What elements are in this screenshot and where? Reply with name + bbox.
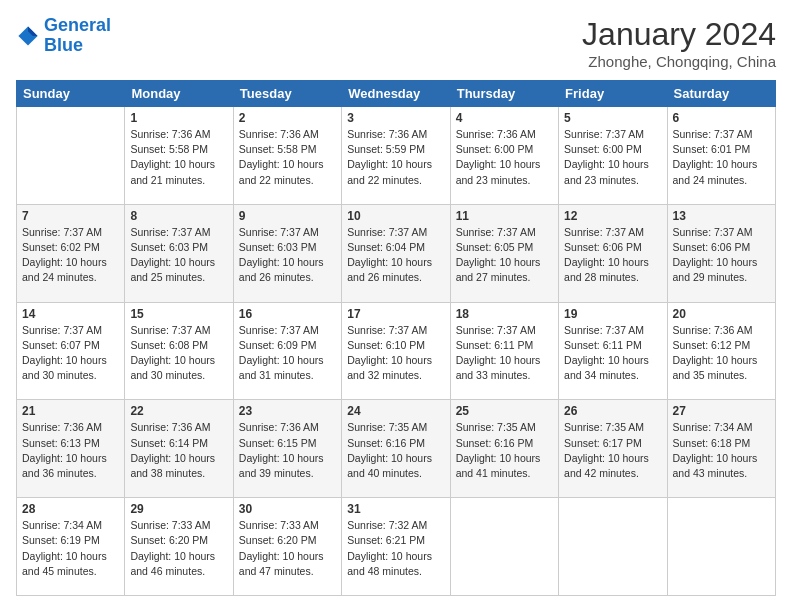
day-number: 5 [564,111,661,125]
day-info: Sunrise: 7:37 AMSunset: 6:02 PMDaylight:… [22,225,119,286]
day-info: Sunrise: 7:37 AMSunset: 6:04 PMDaylight:… [347,225,444,286]
calendar-cell: 4Sunrise: 7:36 AMSunset: 6:00 PMDaylight… [450,107,558,205]
day-number: 22 [130,404,227,418]
calendar-cell: 21Sunrise: 7:36 AMSunset: 6:13 PMDayligh… [17,400,125,498]
day-info: Sunrise: 7:37 AMSunset: 6:11 PMDaylight:… [456,323,553,384]
calendar-body: 1Sunrise: 7:36 AMSunset: 5:58 PMDaylight… [17,107,776,596]
day-info: Sunrise: 7:36 AMSunset: 6:14 PMDaylight:… [130,420,227,481]
calendar-table: SundayMondayTuesdayWednesdayThursdayFrid… [16,80,776,596]
day-number: 6 [673,111,770,125]
day-info: Sunrise: 7:35 AMSunset: 6:16 PMDaylight:… [347,420,444,481]
weekday-friday: Friday [559,81,667,107]
day-number: 27 [673,404,770,418]
calendar-cell: 15Sunrise: 7:37 AMSunset: 6:08 PMDayligh… [125,302,233,400]
day-number: 4 [456,111,553,125]
day-number: 25 [456,404,553,418]
calendar-cell: 13Sunrise: 7:37 AMSunset: 6:06 PMDayligh… [667,204,775,302]
day-info: Sunrise: 7:33 AMSunset: 6:20 PMDaylight:… [239,518,336,579]
weekday-saturday: Saturday [667,81,775,107]
day-number: 30 [239,502,336,516]
calendar-cell: 18Sunrise: 7:37 AMSunset: 6:11 PMDayligh… [450,302,558,400]
week-row-4: 21Sunrise: 7:36 AMSunset: 6:13 PMDayligh… [17,400,776,498]
calendar-cell: 26Sunrise: 7:35 AMSunset: 6:17 PMDayligh… [559,400,667,498]
calendar-cell: 11Sunrise: 7:37 AMSunset: 6:05 PMDayligh… [450,204,558,302]
day-info: Sunrise: 7:37 AMSunset: 6:07 PMDaylight:… [22,323,119,384]
day-number: 31 [347,502,444,516]
day-number: 12 [564,209,661,223]
calendar-cell: 24Sunrise: 7:35 AMSunset: 6:16 PMDayligh… [342,400,450,498]
day-number: 29 [130,502,227,516]
day-number: 23 [239,404,336,418]
calendar-cell: 9Sunrise: 7:37 AMSunset: 6:03 PMDaylight… [233,204,341,302]
day-number: 9 [239,209,336,223]
calendar-cell: 27Sunrise: 7:34 AMSunset: 6:18 PMDayligh… [667,400,775,498]
day-info: Sunrise: 7:35 AMSunset: 6:17 PMDaylight:… [564,420,661,481]
title-block: January 2024 Zhonghe, Chongqing, China [582,16,776,70]
day-number: 20 [673,307,770,321]
weekday-thursday: Thursday [450,81,558,107]
calendar-cell [559,498,667,596]
day-info: Sunrise: 7:37 AMSunset: 6:10 PMDaylight:… [347,323,444,384]
page: General Blue January 2024 Zhonghe, Chong… [0,0,792,612]
weekday-monday: Monday [125,81,233,107]
calendar-cell: 16Sunrise: 7:37 AMSunset: 6:09 PMDayligh… [233,302,341,400]
day-info: Sunrise: 7:37 AMSunset: 6:03 PMDaylight:… [239,225,336,286]
weekday-tuesday: Tuesday [233,81,341,107]
day-number: 21 [22,404,119,418]
day-info: Sunrise: 7:34 AMSunset: 6:19 PMDaylight:… [22,518,119,579]
calendar-cell: 1Sunrise: 7:36 AMSunset: 5:58 PMDaylight… [125,107,233,205]
day-info: Sunrise: 7:36 AMSunset: 6:15 PMDaylight:… [239,420,336,481]
month-title: January 2024 [582,16,776,53]
day-number: 24 [347,404,444,418]
day-number: 7 [22,209,119,223]
day-number: 8 [130,209,227,223]
calendar-cell: 31Sunrise: 7:32 AMSunset: 6:21 PMDayligh… [342,498,450,596]
day-number: 16 [239,307,336,321]
day-info: Sunrise: 7:36 AMSunset: 6:00 PMDaylight:… [456,127,553,188]
calendar-cell: 8Sunrise: 7:37 AMSunset: 6:03 PMDaylight… [125,204,233,302]
calendar-cell: 30Sunrise: 7:33 AMSunset: 6:20 PMDayligh… [233,498,341,596]
day-info: Sunrise: 7:34 AMSunset: 6:18 PMDaylight:… [673,420,770,481]
day-number: 14 [22,307,119,321]
weekday-wednesday: Wednesday [342,81,450,107]
calendar-cell: 17Sunrise: 7:37 AMSunset: 6:10 PMDayligh… [342,302,450,400]
day-info: Sunrise: 7:37 AMSunset: 6:11 PMDaylight:… [564,323,661,384]
day-info: Sunrise: 7:37 AMSunset: 6:06 PMDaylight:… [673,225,770,286]
calendar-cell: 19Sunrise: 7:37 AMSunset: 6:11 PMDayligh… [559,302,667,400]
calendar-cell [450,498,558,596]
day-info: Sunrise: 7:37 AMSunset: 6:01 PMDaylight:… [673,127,770,188]
day-info: Sunrise: 7:33 AMSunset: 6:20 PMDaylight:… [130,518,227,579]
day-info: Sunrise: 7:36 AMSunset: 6:12 PMDaylight:… [673,323,770,384]
calendar-cell: 7Sunrise: 7:37 AMSunset: 6:02 PMDaylight… [17,204,125,302]
calendar-cell [667,498,775,596]
day-info: Sunrise: 7:37 AMSunset: 6:00 PMDaylight:… [564,127,661,188]
day-number: 10 [347,209,444,223]
calendar-cell: 12Sunrise: 7:37 AMSunset: 6:06 PMDayligh… [559,204,667,302]
day-number: 3 [347,111,444,125]
logo: General Blue [16,16,111,56]
day-info: Sunrise: 7:36 AMSunset: 5:59 PMDaylight:… [347,127,444,188]
day-number: 2 [239,111,336,125]
day-info: Sunrise: 7:36 AMSunset: 6:13 PMDaylight:… [22,420,119,481]
day-number: 15 [130,307,227,321]
day-number: 11 [456,209,553,223]
weekday-header-row: SundayMondayTuesdayWednesdayThursdayFrid… [17,81,776,107]
day-number: 13 [673,209,770,223]
logo-text: General Blue [44,16,111,56]
day-info: Sunrise: 7:37 AMSunset: 6:08 PMDaylight:… [130,323,227,384]
calendar-cell: 14Sunrise: 7:37 AMSunset: 6:07 PMDayligh… [17,302,125,400]
day-info: Sunrise: 7:37 AMSunset: 6:05 PMDaylight:… [456,225,553,286]
calendar-cell: 5Sunrise: 7:37 AMSunset: 6:00 PMDaylight… [559,107,667,205]
week-row-3: 14Sunrise: 7:37 AMSunset: 6:07 PMDayligh… [17,302,776,400]
calendar-cell: 2Sunrise: 7:36 AMSunset: 5:58 PMDaylight… [233,107,341,205]
day-info: Sunrise: 7:37 AMSunset: 6:06 PMDaylight:… [564,225,661,286]
week-row-2: 7Sunrise: 7:37 AMSunset: 6:02 PMDaylight… [17,204,776,302]
calendar-cell: 23Sunrise: 7:36 AMSunset: 6:15 PMDayligh… [233,400,341,498]
calendar-cell: 28Sunrise: 7:34 AMSunset: 6:19 PMDayligh… [17,498,125,596]
day-info: Sunrise: 7:35 AMSunset: 6:16 PMDaylight:… [456,420,553,481]
day-info: Sunrise: 7:32 AMSunset: 6:21 PMDaylight:… [347,518,444,579]
week-row-1: 1Sunrise: 7:36 AMSunset: 5:58 PMDaylight… [17,107,776,205]
weekday-sunday: Sunday [17,81,125,107]
day-info: Sunrise: 7:36 AMSunset: 5:58 PMDaylight:… [239,127,336,188]
day-info: Sunrise: 7:37 AMSunset: 6:03 PMDaylight:… [130,225,227,286]
